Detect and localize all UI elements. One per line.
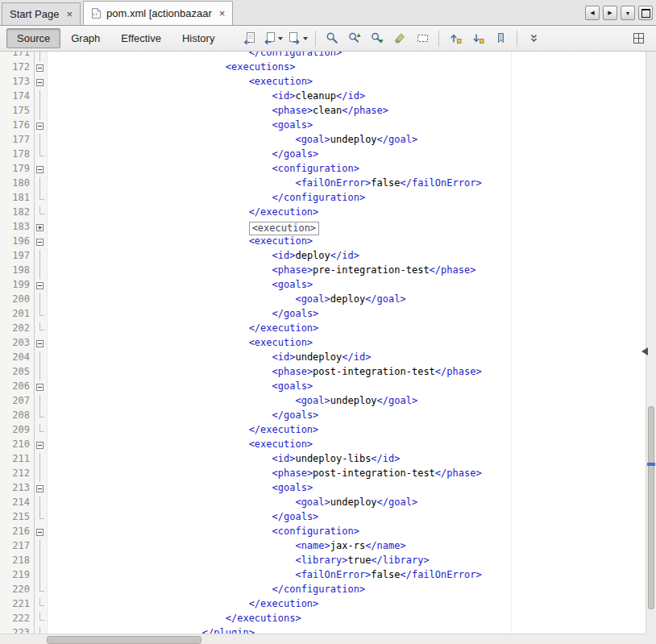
code-line-204[interactable]: 204<id>undeploy</id> — [0, 351, 646, 366]
line-number: 214 — [0, 497, 34, 511]
vertical-scrollbar-thumb[interactable] — [648, 406, 654, 609]
close-icon[interactable]: × — [66, 9, 73, 19]
code-line-223[interactable]: 223</plugin> — [0, 627, 646, 634]
code-line-212[interactable]: 212<phase>post-integration-test</phase> — [0, 467, 646, 482]
scroll-tabs-right-button[interactable]: ▶ — [603, 6, 617, 20]
code-line-177[interactable]: 177<goal>undeploy</goal> — [0, 134, 646, 148]
code-line-175[interactable]: 175<phase>clean</phase> — [0, 105, 646, 119]
tab-start-page[interactable]: Start Page × — [2, 2, 81, 25]
vertical-scrollbar[interactable] — [646, 52, 656, 634]
code-line-213[interactable]: 213<goals> — [0, 482, 646, 497]
code-line-179[interactable]: 179<configuration> — [0, 163, 646, 177]
scroll-tabs-left-button[interactable]: ◀ — [585, 6, 600, 20]
toolbar-overflow-button[interactable] — [523, 29, 544, 48]
previous-bookmark-button[interactable] — [445, 29, 466, 48]
code-text: <goal>undeploy</goal> — [47, 134, 417, 148]
code-text: <goal>undeploy</goal> — [47, 395, 417, 409]
code-line-198[interactable]: 198<phase>pre-integration-test</phase> — [0, 264, 646, 279]
code-line-214[interactable]: 214<goal>undeploy</goal> — [0, 497, 646, 511]
next-bookmark-button[interactable] — [467, 29, 488, 48]
fold-collapse-toggle[interactable] — [34, 279, 47, 293]
fold-collapse-toggle[interactable] — [34, 163, 47, 177]
back-button[interactable] — [261, 29, 284, 48]
maximize-button[interactable] — [638, 6, 653, 20]
code-line-171[interactable]: 171</configuration> — [0, 52, 646, 61]
code-line-218[interactable]: 218<library>true</library> — [0, 555, 646, 569]
find-next-button[interactable] — [367, 29, 388, 48]
fold-collapse-toggle[interactable] — [34, 61, 47, 76]
toggle-bookmark-button[interactable] — [490, 29, 511, 48]
code-line-208[interactable]: 208</goals> — [0, 409, 646, 424]
code-line-201[interactable]: 201</goals> — [0, 308, 646, 322]
toggle-highlight-button[interactable] — [389, 29, 410, 48]
code-line-215[interactable]: 215</goals> — [0, 511, 646, 526]
close-icon[interactable]: × — [219, 8, 226, 19]
code-line-203[interactable]: 203<execution> — [0, 337, 646, 351]
view-graph-button[interactable]: Graph — [60, 28, 110, 48]
source-editor[interactable]: 171</configuration>172<executions>173<ex… — [0, 52, 646, 634]
line-number: 200 — [0, 293, 34, 308]
code-line-181[interactable]: 181</configuration> — [0, 192, 646, 206]
forward-button[interactable] — [286, 29, 309, 48]
code-line-221[interactable]: 221</execution> — [0, 598, 646, 613]
code-line-211[interactable]: 211<id>undeploy-libs</id> — [0, 453, 646, 467]
code-line-216[interactable]: 216<configuration> — [0, 526, 646, 540]
view-source-button[interactable]: Source — [6, 28, 60, 48]
tab-label: Start Page — [10, 8, 59, 20]
collapsed-fold-preview[interactable]: <execution> — [249, 222, 319, 235]
code-line-207[interactable]: 207<goal>undeploy</goal> — [0, 395, 646, 409]
view-effective-button[interactable]: Effective — [110, 28, 172, 48]
line-number: 197 — [0, 250, 34, 264]
code-line-196[interactable]: 196<execution> — [0, 235, 646, 250]
rectangular-selection-button[interactable] — [412, 29, 433, 48]
code-line-206[interactable]: 206<goals> — [0, 380, 646, 395]
code-line-173[interactable]: 173<execution> — [0, 76, 646, 90]
code-text: <phase>pre-integration-test</phase> — [47, 264, 475, 279]
fold-guide — [34, 148, 47, 163]
line-number: 215 — [0, 511, 34, 526]
code-line-172[interactable]: 172<executions> — [0, 61, 646, 76]
horizontal-scrollbar[interactable] — [0, 634, 646, 644]
code-line-182[interactable]: 182</execution> — [0, 206, 646, 221]
find-selection-button[interactable] — [322, 29, 343, 48]
code-line-176[interactable]: 176<goals> — [0, 119, 646, 134]
fold-collapse-toggle[interactable] — [34, 235, 47, 250]
fold-collapse-toggle[interactable] — [34, 119, 47, 134]
line-number: 217 — [0, 540, 34, 555]
code-line-222[interactable]: 222</executions> — [0, 613, 646, 627]
fold-collapse-toggle[interactable] — [34, 76, 47, 90]
code-line-200[interactable]: 200<goal>deploy</goal> — [0, 293, 646, 308]
fold-guide — [34, 569, 47, 584]
code-line-210[interactable]: 210<execution> — [0, 438, 646, 453]
fold-collapse-toggle[interactable] — [34, 337, 47, 351]
code-line-183[interactable]: 183<execution> — [0, 221, 646, 235]
fold-collapse-toggle[interactable] — [34, 380, 47, 395]
code-line-174[interactable]: 174<id>cleanup</id> — [0, 90, 646, 105]
code-line-199[interactable]: 199<goals> — [0, 279, 646, 293]
tab-list-button[interactable]: ▼ — [621, 6, 635, 20]
code-line-178[interactable]: 178</goals> — [0, 148, 646, 163]
fold-collapse-toggle[interactable] — [34, 526, 47, 540]
code-line-202[interactable]: 202</execution> — [0, 322, 646, 337]
find-previous-button[interactable] — [344, 29, 365, 48]
split-editor-button[interactable] — [628, 29, 649, 48]
code-line-219[interactable]: 219<failOnError>false</failOnError> — [0, 569, 646, 584]
code-line-217[interactable]: 217<name>jax-rs</name> — [0, 540, 646, 555]
code-line-180[interactable]: 180<failOnError>false</failOnError> — [0, 177, 646, 192]
view-history-button[interactable]: History — [172, 28, 225, 48]
previous-bookmark-icon — [449, 31, 463, 45]
code-line-209[interactable]: 209</execution> — [0, 424, 646, 438]
last-edit-button[interactable] — [239, 29, 259, 48]
fold-collapse-toggle[interactable] — [34, 438, 47, 453]
tab-pom-xml[interactable]: pom.xml [actionbazaar × — [83, 1, 233, 25]
code-line-205[interactable]: 205<phase>post-integration-test</phase> — [0, 366, 646, 380]
code-text: </executions> — [47, 613, 301, 627]
horizontal-scrollbar-thumb[interactable] — [47, 636, 201, 644]
fold-expand-toggle[interactable] — [34, 221, 47, 235]
code-line-197[interactable]: 197<id>deploy</id> — [0, 250, 646, 264]
last-edit-icon — [243, 31, 256, 45]
line-number: 174 — [0, 90, 34, 105]
fold-collapse-toggle[interactable] — [34, 482, 47, 497]
line-number: 220 — [0, 584, 34, 598]
code-line-220[interactable]: 220</configuration> — [0, 584, 646, 598]
